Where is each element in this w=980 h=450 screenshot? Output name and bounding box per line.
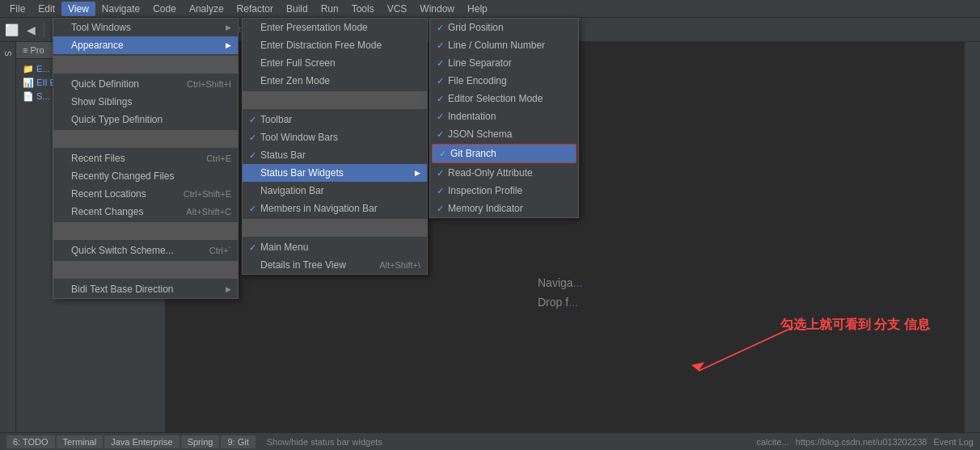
right-sidebar bbox=[964, 42, 980, 432]
menu-entry-file-encoding[interactable]: ✓ File Encoding bbox=[430, 72, 578, 90]
menu-entry-members-nav[interactable]: ✓ Members in Navigation Bar bbox=[243, 200, 427, 217]
menu-bar: File Edit View Navigate Code Analyze Ref… bbox=[0, 0, 980, 18]
check-editor-selection: ✓ bbox=[437, 94, 448, 104]
status-tab-todo-label: 6: TODO bbox=[13, 437, 49, 447]
menu-analyze[interactable]: Analyze bbox=[183, 2, 230, 16]
menu-entry-appearance[interactable]: Appearance bbox=[53, 36, 238, 54]
svg-line-0 bbox=[699, 327, 793, 371]
toolbar-separator-1 bbox=[44, 23, 44, 37]
left-sidebar: S bbox=[0, 42, 16, 432]
label-zen-mode: Enter Zen Mode bbox=[260, 75, 420, 86]
menu-entry-git-branch[interactable]: ✓ Git Branch bbox=[433, 145, 576, 162]
menu-entry-presentation[interactable]: Enter Presentation Mode bbox=[243, 19, 427, 36]
status-tab-todo[interactable]: 6: TODO bbox=[6, 435, 55, 448]
toolbar-icon-1[interactable]: ⬜ bbox=[3, 22, 19, 38]
label-status-bar: Status Bar bbox=[260, 149, 420, 161]
dropdown-status-bar-widgets: ✓ Grid Position ✓ Line / Column Number ✓… bbox=[429, 18, 579, 218]
menu-entry-indentation[interactable]: ✓ Indentation bbox=[430, 107, 578, 125]
status-tab-terminal[interactable]: Terminal bbox=[57, 435, 103, 448]
check-read-only: ✓ bbox=[437, 168, 448, 179]
label-recent-changes: Recent Changes bbox=[71, 206, 173, 217]
menu-entry-read-only[interactable]: ✓ Read-Only Attribute bbox=[430, 164, 578, 182]
label-bidi: Bidi Text Base Direction bbox=[71, 284, 231, 295]
label-recent-locations: Recent Locations bbox=[71, 188, 171, 200]
status-tab-java[interactable]: Java Enterprise bbox=[104, 435, 179, 448]
separator-app-2 bbox=[243, 219, 427, 237]
status-tab-spring-label: Spring bbox=[188, 437, 213, 447]
status-tab-spring[interactable]: Spring bbox=[181, 435, 220, 448]
shortcut-recent-files: Ctrl+E bbox=[206, 154, 231, 163]
menu-file[interactable]: File bbox=[3, 2, 32, 16]
menu-entry-status-bar-widgets[interactable]: Status Bar Widgets bbox=[243, 164, 427, 182]
annotation-text: 勾选上就可看到 分支 信息 bbox=[780, 317, 930, 334]
menu-entry-zen-mode[interactable]: Enter Zen Mode bbox=[243, 72, 427, 90]
menu-window[interactable]: Window bbox=[413, 2, 461, 16]
check-json-schema: ✓ bbox=[437, 129, 448, 140]
menu-build[interactable]: Build bbox=[280, 2, 315, 16]
menu-entry-quick-type[interactable]: Quick Type Definition bbox=[53, 111, 238, 128]
status-tab-git[interactable]: 9: Git bbox=[221, 435, 255, 448]
menu-entry-full-screen[interactable]: Enter Full Screen bbox=[243, 54, 427, 72]
separator-app-1 bbox=[243, 91, 427, 109]
label-full-screen: Enter Full Screen bbox=[260, 57, 420, 69]
menu-navigate[interactable]: Navigate bbox=[95, 2, 146, 16]
status-bar-event-log[interactable]: Event Log bbox=[933, 437, 974, 447]
label-appearance: Appearance bbox=[71, 40, 231, 51]
label-recently-changed: Recently Changed Files bbox=[71, 170, 231, 182]
menu-tools[interactable]: Tools bbox=[345, 2, 381, 16]
label-git-branch: Git Branch bbox=[450, 148, 569, 159]
menu-entry-inspection-profile[interactable]: ✓ Inspection Profile bbox=[430, 182, 578, 200]
status-bar-calcite: calcite... bbox=[756, 437, 788, 447]
menu-entry-tool-window-bars[interactable]: ✓ Tool Window Bars bbox=[243, 128, 427, 146]
menu-entry-status-bar[interactable]: ✓ Status Bar bbox=[243, 146, 427, 164]
menu-entry-recent-files[interactable]: Recent Files Ctrl+E bbox=[53, 149, 238, 167]
status-tab-git-label: 9: Git bbox=[227, 437, 248, 447]
label-status-bar-widgets: Status Bar Widgets bbox=[260, 167, 420, 179]
label-memory-indicator: Memory Indicator bbox=[448, 203, 572, 214]
shortcut-quick-switch: Ctrl+` bbox=[209, 246, 231, 255]
shortcut-recent-locations: Ctrl+Shift+E bbox=[184, 189, 231, 199]
label-inspection-profile: Inspection Profile bbox=[448, 185, 572, 196]
menu-run[interactable]: Run bbox=[315, 2, 345, 16]
menu-edit[interactable]: Edit bbox=[32, 2, 61, 16]
menu-entry-recent-locations[interactable]: Recent Locations Ctrl+Shift+E bbox=[53, 185, 238, 203]
separator-3 bbox=[53, 222, 238, 240]
menu-entry-memory-indicator[interactable]: ✓ Memory Indicator bbox=[430, 200, 578, 217]
menu-refactor[interactable]: Refactor bbox=[230, 2, 280, 16]
menu-entry-recent-changes[interactable]: Recent Changes Alt+Shift+C bbox=[53, 203, 238, 221]
separator-2 bbox=[53, 130, 238, 148]
dropdown-appearance: Enter Presentation Mode Enter Distractio… bbox=[242, 18, 428, 275]
menu-entry-distraction-free[interactable]: Enter Distraction Free Mode bbox=[243, 36, 427, 54]
toolbar-icon-2[interactable]: ◀ bbox=[23, 22, 39, 38]
menu-entry-main-menu[interactable]: ✓ Main Menu bbox=[243, 238, 427, 256]
menu-entry-editor-selection[interactable]: ✓ Editor Selection Mode bbox=[430, 90, 578, 107]
menu-entry-recently-changed[interactable]: Recently Changed Files bbox=[53, 167, 238, 185]
menu-entry-grid-position[interactable]: ✓ Grid Position bbox=[430, 19, 578, 36]
check-toolbar: ✓ bbox=[249, 115, 260, 125]
menu-entry-line-column[interactable]: ✓ Line / Column Number bbox=[430, 36, 578, 54]
menu-help[interactable]: Help bbox=[461, 2, 494, 16]
menu-entry-quick-definition[interactable]: Quick Definition Ctrl+Shift+I bbox=[53, 75, 238, 93]
check-line-column: ✓ bbox=[437, 40, 448, 51]
check-main-menu: ✓ bbox=[249, 242, 260, 253]
menu-entry-json-schema[interactable]: ✓ JSON Schema bbox=[430, 125, 578, 143]
check-memory-indicator: ✓ bbox=[437, 204, 448, 214]
label-json-schema: JSON Schema bbox=[448, 128, 572, 140]
menu-entry-toolbar[interactable]: ✓ Toolbar bbox=[243, 111, 427, 128]
menu-entry-show-siblings[interactable]: Show Siblings bbox=[53, 93, 238, 111]
menu-entry-details-tree[interactable]: Details in Tree View Alt+Shift+\ bbox=[243, 256, 427, 274]
svg-marker-1 bbox=[691, 362, 704, 371]
check-members-nav: ✓ bbox=[249, 204, 260, 214]
menu-vcs[interactable]: VCS bbox=[381, 2, 414, 16]
label-file-encoding: File Encoding bbox=[448, 75, 572, 86]
label-quick-switch: Quick Switch Scheme... bbox=[71, 245, 196, 256]
menu-view[interactable]: View bbox=[61, 2, 95, 16]
menu-code[interactable]: Code bbox=[146, 2, 183, 16]
sidebar-icon-1[interactable]: S bbox=[0, 45, 16, 61]
label-read-only: Read-Only Attribute bbox=[448, 167, 572, 179]
menu-entry-navigation-bar[interactable]: Navigation Bar bbox=[243, 182, 427, 200]
menu-entry-tool-windows[interactable]: Tool Windows bbox=[53, 19, 238, 36]
menu-entry-quick-switch[interactable]: Quick Switch Scheme... Ctrl+` bbox=[53, 242, 238, 259]
menu-entry-line-separator[interactable]: ✓ Line Separator bbox=[430, 54, 578, 72]
menu-entry-bidi[interactable]: Bidi Text Base Direction bbox=[53, 280, 238, 298]
